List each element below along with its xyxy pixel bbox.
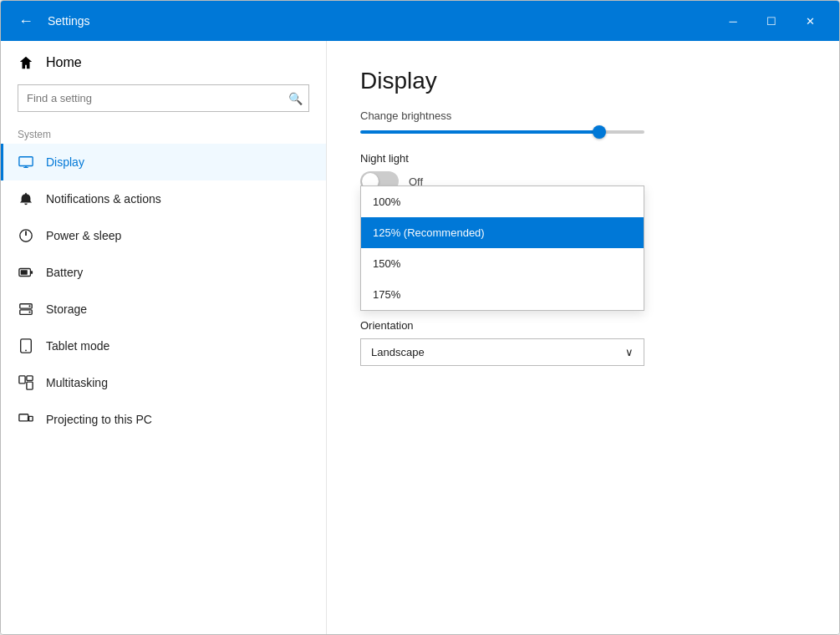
page-title: Display	[360, 68, 806, 94]
right-panel: Display Change brightness Night light Of…	[327, 41, 839, 634]
battery-label: Battery	[46, 266, 83, 279]
sidebar-item-tablet[interactable]: Tablet mode	[1, 328, 326, 364]
tablet-label: Tablet mode	[46, 339, 109, 353]
storage-icon	[18, 301, 34, 318]
brightness-thumb[interactable]	[593, 125, 606, 139]
sidebar-item-storage[interactable]: Storage	[1, 291, 326, 328]
window-controls: ─ ☐ ✕	[714, 1, 829, 41]
sidebar: Home 🔍 System Display	[1, 41, 327, 634]
orientation-chevron-icon: ∨	[625, 346, 634, 358]
svg-point-13	[25, 350, 27, 352]
scale-option-175[interactable]: 175%	[361, 279, 644, 310]
svg-rect-16	[27, 376, 33, 380]
orientation-label: Orientation	[360, 319, 806, 332]
section-label: System	[1, 122, 326, 144]
back-button[interactable]: ←	[11, 6, 41, 36]
multitasking-icon	[18, 374, 34, 391]
search-input[interactable]	[18, 84, 309, 112]
sidebar-item-battery[interactable]: Battery	[1, 254, 326, 291]
home-icon	[18, 54, 34, 71]
sidebar-item-power[interactable]: Power & sleep	[1, 217, 326, 254]
storage-label: Storage	[46, 302, 87, 316]
scale-dropdown-list[interactable]: 100% 125% (Recommended) 150% 175%	[360, 185, 644, 311]
svg-rect-17	[19, 414, 28, 421]
orientation-dropdown[interactable]: Landscape ∨	[360, 338, 644, 366]
notifications-icon	[18, 190, 34, 207]
sidebar-item-multitasking[interactable]: Multitasking	[1, 364, 326, 401]
search-box: 🔍	[18, 84, 309, 112]
svg-point-11	[28, 312, 30, 313]
tablet-icon	[18, 338, 34, 354]
svg-rect-0	[19, 157, 33, 166]
power-label: Power & sleep	[46, 229, 121, 242]
battery-icon	[18, 264, 34, 281]
minimize-button[interactable]: ─	[714, 1, 752, 41]
svg-rect-6	[30, 271, 33, 274]
settings-window: ← Settings ─ ☐ ✕ Home 🔍 System	[0, 0, 840, 635]
svg-rect-14	[19, 376, 25, 384]
svg-rect-18	[29, 416, 33, 420]
home-label: Home	[46, 55, 82, 70]
night-light-label: Night light	[360, 152, 806, 165]
display-label: Display	[46, 155, 84, 169]
sidebar-item-notifications[interactable]: Notifications & actions	[1, 180, 326, 217]
search-icon: 🔍	[288, 92, 303, 105]
scale-option-125[interactable]: 125% (Recommended)	[361, 217, 644, 248]
titlebar: ← Settings ─ ☐ ✕	[1, 1, 839, 41]
notifications-label: Notifications & actions	[46, 192, 161, 206]
scale-option-100[interactable]: 100%	[361, 186, 644, 217]
close-button[interactable]: ✕	[791, 1, 829, 41]
sidebar-item-home[interactable]: Home	[1, 41, 326, 84]
power-icon	[18, 227, 34, 244]
projecting-icon	[18, 411, 34, 428]
sidebar-item-display[interactable]: Display	[1, 144, 326, 180]
orientation-value: Landscape	[371, 346, 425, 358]
svg-rect-15	[27, 382, 33, 389]
svg-rect-7	[21, 270, 28, 274]
projecting-label: Projecting to this PC	[46, 413, 152, 426]
brightness-slider[interactable]	[360, 130, 644, 134]
brightness-section: Change brightness	[360, 109, 806, 134]
svg-point-10	[28, 305, 30, 307]
titlebar-title: Settings	[48, 14, 714, 28]
main-content: Home 🔍 System Display	[1, 41, 839, 634]
display-icon	[18, 154, 34, 170]
sidebar-item-projecting[interactable]: Projecting to this PC	[1, 401, 326, 438]
restore-button[interactable]: ☐	[752, 1, 791, 41]
scale-option-150[interactable]: 150%	[361, 248, 644, 279]
multitasking-label: Multitasking	[46, 376, 108, 389]
brightness-label: Change brightness	[360, 109, 806, 122]
